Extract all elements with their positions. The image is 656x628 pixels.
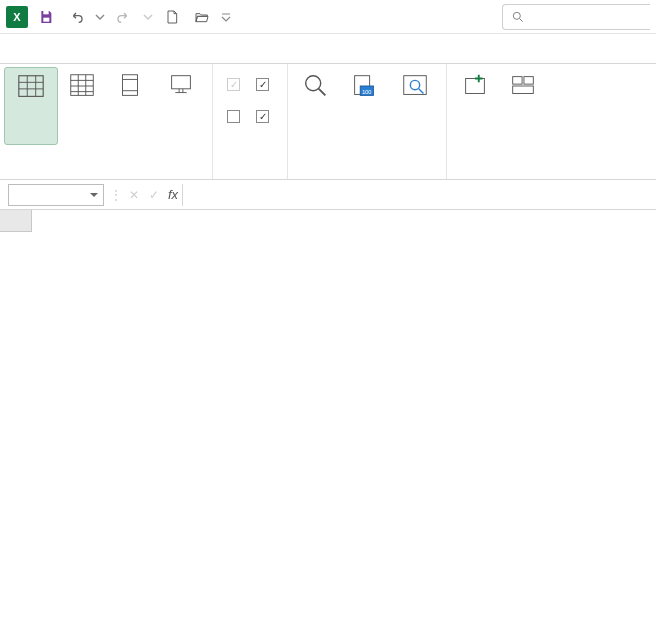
svg-rect-0 — [43, 11, 48, 14]
group-zoom: 100 — [288, 64, 447, 179]
qat-more[interactable] — [220, 5, 232, 29]
zoom-selection-icon — [400, 71, 430, 101]
svg-text:100: 100 — [362, 89, 371, 95]
ribbon-tabs — [0, 34, 656, 64]
title-bar: X — [0, 0, 656, 34]
normal-view-button[interactable] — [4, 67, 58, 145]
undo-icon — [68, 9, 84, 25]
excel-app-icon: X — [6, 6, 28, 28]
undo-dropdown[interactable] — [94, 5, 106, 29]
svg-rect-13 — [466, 79, 485, 94]
redo-button[interactable] — [112, 5, 136, 29]
arrange-icon — [508, 71, 538, 101]
undo-button[interactable] — [64, 5, 88, 29]
svg-rect-15 — [524, 77, 533, 85]
svg-rect-4 — [71, 75, 94, 96]
formula-bar: ⋮ ✕ ✓ fx — [0, 180, 656, 210]
headings-checkbox[interactable]: ✓ — [250, 105, 279, 127]
svg-rect-6 — [172, 76, 191, 89]
group-window — [447, 64, 551, 179]
fx-icon[interactable]: fx — [164, 187, 182, 202]
new-window-icon — [460, 71, 490, 101]
open-button[interactable] — [190, 5, 214, 29]
pagelayout-view-button[interactable] — [106, 67, 154, 145]
column-headers — [32, 210, 656, 232]
normal-view-icon — [16, 72, 46, 102]
zoom-button[interactable] — [292, 67, 340, 145]
ruler-checkbox: ✓ — [221, 73, 250, 95]
select-all-corner[interactable] — [0, 210, 32, 232]
zoom-100-icon: 100 — [349, 71, 379, 101]
new-window-button[interactable] — [451, 67, 499, 145]
redo-icon — [116, 9, 132, 25]
svg-point-7 — [306, 76, 321, 91]
group-workbook-views — [0, 64, 213, 179]
svg-point-2 — [513, 12, 520, 19]
group-show: ✓ ✓ ✓ — [213, 64, 288, 179]
save-button[interactable] — [34, 5, 58, 29]
search-box[interactable] — [502, 4, 650, 30]
formula-bar-checkbox[interactable]: ✓ — [250, 73, 279, 95]
formula-input[interactable] — [182, 184, 656, 206]
arrange-all-button[interactable] — [499, 67, 547, 145]
zoom-icon — [301, 71, 331, 101]
custom-views-icon — [166, 71, 196, 101]
zoom-to-selection-button[interactable] — [388, 67, 442, 145]
svg-rect-14 — [513, 77, 522, 85]
save-icon — [38, 9, 54, 25]
enter-formula-button[interactable]: ✓ — [144, 184, 164, 206]
custom-views-button[interactable] — [154, 67, 208, 145]
gridlines-checkbox[interactable] — [221, 105, 250, 127]
svg-rect-1 — [43, 17, 49, 21]
search-icon — [511, 10, 525, 24]
redo-dropdown[interactable] — [142, 5, 154, 29]
svg-rect-16 — [513, 86, 534, 94]
zoom-100-button[interactable]: 100 — [340, 67, 388, 145]
folder-open-icon — [194, 9, 210, 25]
pagebreak-icon — [67, 71, 97, 101]
new-file-button[interactable] — [160, 5, 184, 29]
pagebreak-preview-button[interactable] — [58, 67, 106, 145]
pagelayout-icon — [115, 71, 145, 101]
svg-rect-3 — [19, 76, 43, 97]
svg-rect-11 — [404, 76, 427, 95]
svg-point-12 — [410, 80, 419, 89]
ribbon: ✓ ✓ ✓ 100 — [0, 64, 656, 180]
sheet-area — [0, 210, 656, 628]
name-box[interactable] — [8, 184, 104, 206]
cancel-formula-button[interactable]: ✕ — [124, 184, 144, 206]
file-icon — [164, 9, 180, 25]
cell-grid[interactable] — [32, 232, 656, 628]
svg-rect-5 — [123, 75, 138, 96]
